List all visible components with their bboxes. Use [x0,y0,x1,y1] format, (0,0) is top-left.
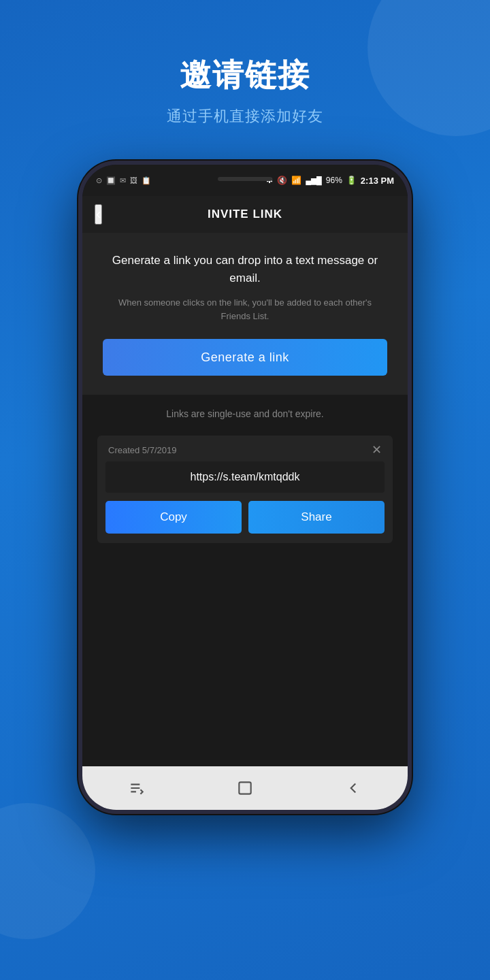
link-close-button[interactable]: ✕ [372,444,382,456]
single-use-note: Links are single-use and don't expire. [97,408,393,419]
back-nav-button[interactable] [333,774,374,802]
copy-button[interactable]: Copy [105,501,242,534]
navigation-bar: ‹ INVITE LINK [82,196,408,233]
status-icon-4: 🖼 [130,176,137,184]
mute-icon: 🔇 [277,176,287,185]
link-url-box: https://s.team/kmtqddk [105,461,385,493]
link-actions: Copy Share [105,501,385,534]
status-icon-5: 📋 [142,176,151,185]
signal-icon: ▄▆█ [306,176,322,185]
status-icon-3: ✉ [120,176,126,185]
screen-content: Generate a link you can drop into a text… [82,233,408,766]
home-square-icon [236,779,254,797]
status-right-info: ✱ 🔇 📶 ▄▆█ 96% 🔋 2:13 PM [266,176,394,186]
bottom-nav [82,766,408,810]
info-card: Generate a link you can drop into a text… [82,233,408,395]
link-created-date: Created 5/7/2019 [108,445,176,455]
link-url: https://s.team/kmtqddk [191,471,300,483]
nav-title: INVITE LINK [208,208,282,221]
link-card: Created 5/7/2019 ✕ https://s.team/kmtqdd… [97,436,393,543]
back-button[interactable]: ‹ [95,204,102,225]
generate-link-button[interactable]: Generate a link [103,339,387,376]
svg-rect-0 [239,782,250,794]
recent-apps-icon [128,779,146,797]
link-card-header: Created 5/7/2019 ✕ [97,436,393,461]
phone-mockup: ⊙ 🔲 ✉ 🖼 📋 ✱ 🔇 📶 ▄▆█ 96% 🔋 2:13 PM ‹ INVI… [78,161,412,814]
status-time: 2:13 PM [361,176,394,186]
status-left-icons: ⊙ 🔲 ✉ 🖼 📋 [96,176,151,185]
home-button[interactable] [225,774,265,802]
info-sub-text: When someone clicks on the link, you'll … [103,296,387,323]
back-arrow-icon [344,779,362,797]
battery-icon: 🔋 [346,176,357,185]
status-icon-2: 🔲 [106,176,116,185]
bg-decoration-bottom [0,803,95,939]
status-icon-1: ⊙ [96,176,102,185]
info-main-text: Generate a link you can drop into a text… [103,252,387,287]
bg-decoration-top [368,0,490,136]
share-button[interactable]: Share [248,501,385,534]
top-section: 邀请链接 通过手机直接添加好友 [167,54,323,127]
phone-speaker [218,177,272,181]
page-subtitle: 通过手机直接添加好友 [167,106,323,127]
page-title: 邀请链接 [167,54,323,97]
battery-percent: 96% [326,176,342,185]
link-section: Links are single-use and don't expire. C… [82,395,408,766]
recent-apps-button[interactable] [116,774,157,802]
wifi-icon: 📶 [291,176,301,185]
